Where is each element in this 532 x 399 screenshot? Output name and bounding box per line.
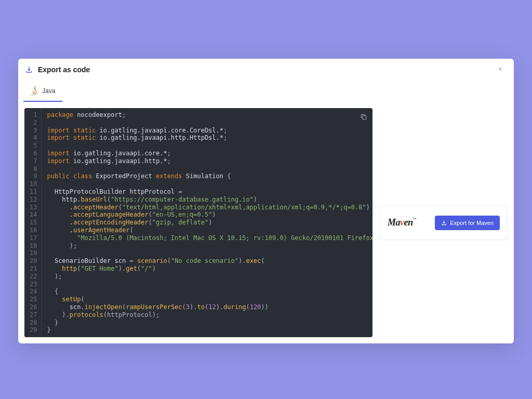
modal-title: Export as code: [38, 65, 494, 74]
download-icon: [441, 220, 447, 225]
close-button[interactable]: [494, 64, 507, 75]
export-for-maven-button[interactable]: Export for Maven: [435, 216, 500, 230]
modal-header: Export as code: [18, 59, 514, 81]
export-button-label: Export for Maven: [450, 220, 494, 226]
modal-body: 1234567891011121314151617181920212223242…: [18, 102, 514, 343]
copy-button[interactable]: [360, 113, 367, 123]
export-side-panel: Maven™ Export for Maven: [380, 108, 508, 337]
tab-java[interactable]: Java: [23, 81, 62, 102]
tab-java-label: Java: [42, 87, 55, 95]
svg-rect-0: [363, 116, 366, 119]
code-panel: 1234567891011121314151617181920212223242…: [24, 108, 373, 337]
download-icon: [25, 66, 33, 73]
export-card-maven: Maven™ Export for Maven: [380, 206, 508, 240]
line-number-gutter: 1234567891011121314151617181920212223242…: [24, 108, 42, 337]
java-icon: [31, 86, 38, 96]
maven-logo: Maven™: [388, 217, 416, 228]
export-modal: Export as code Java 12345678910111213141…: [18, 59, 514, 343]
language-tabs: Java: [18, 81, 514, 102]
code-content[interactable]: package nocodeexport; import static io.g…: [42, 108, 373, 337]
